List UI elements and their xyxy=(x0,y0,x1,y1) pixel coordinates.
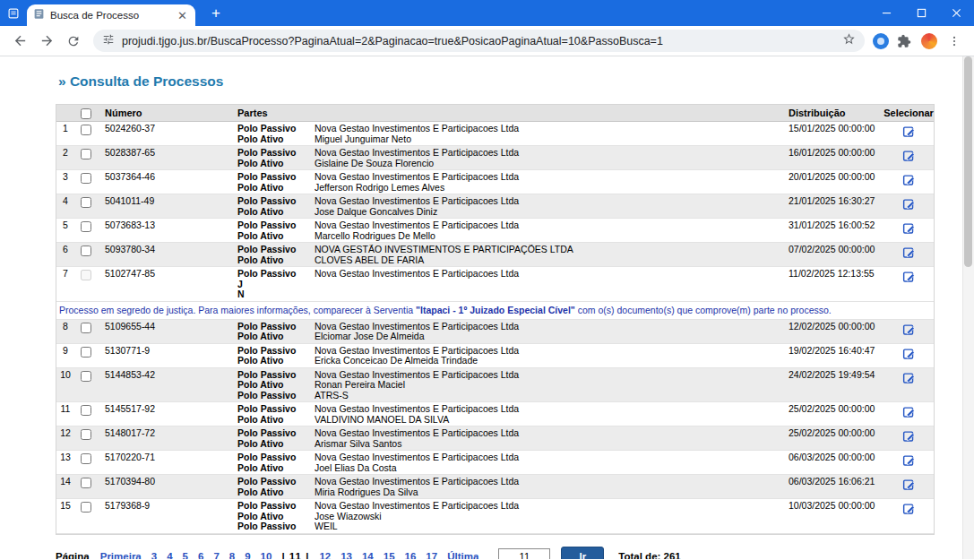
page-link[interactable]: Primeira xyxy=(100,551,142,559)
parte-name xyxy=(315,289,789,300)
partes-cell: Polo PassivoNova Gestao Investimentos E … xyxy=(237,124,789,144)
edit-icon xyxy=(902,125,916,138)
edit-process-button[interactable] xyxy=(902,246,916,262)
edit-process-button[interactable] xyxy=(902,323,916,339)
page-link[interactable]: 10 xyxy=(261,551,272,559)
row-checkbox[interactable] xyxy=(81,246,91,256)
vertical-scrollbar[interactable] xyxy=(962,56,974,559)
parte-role: Polo Passivo xyxy=(237,501,315,512)
close-button[interactable] xyxy=(939,0,974,26)
forward-icon[interactable] xyxy=(35,30,58,53)
parte-name: Nova Gestao Investimentos E Participacoe… xyxy=(315,477,789,487)
header-distribuicao: Distribuição xyxy=(789,108,883,118)
partes-cell: Polo PassivoNova Gestao Investimentos E … xyxy=(237,196,789,217)
row-checkbox[interactable] xyxy=(81,221,91,232)
page-link[interactable]: 12 xyxy=(319,551,331,559)
edit-process-button[interactable] xyxy=(902,453,916,470)
process-table: Número Partes Distribuição Selecionar 1 … xyxy=(56,104,935,535)
row-index: 15 xyxy=(56,501,74,512)
parte-name: Jefferson Rodrigo Lemes Alves xyxy=(315,183,789,194)
page-link[interactable]: 13 xyxy=(340,551,352,559)
table-row: 7 5102747-85 Polo PassivoNova Gestao Inv… xyxy=(56,267,934,302)
go-button[interactable]: Ir xyxy=(561,547,604,560)
page-link[interactable]: 17 xyxy=(426,551,437,559)
distribution-date: 24/02/2025 19:49:54 xyxy=(789,370,883,381)
process-number: 5109655-44 xyxy=(98,322,237,332)
profile-avatar[interactable] xyxy=(919,31,939,51)
row-checkbox[interactable] xyxy=(81,405,91,416)
page-link[interactable]: 7 xyxy=(213,551,219,559)
partes-cell: Polo PassivoNova Gestao Investimentos E … xyxy=(237,220,789,241)
edit-process-button[interactable] xyxy=(902,149,916,165)
row-checkbox[interactable] xyxy=(81,197,91,208)
distribution-date: 06/03/2025 16:06:21 xyxy=(789,477,883,487)
parte-role: Polo Passivo xyxy=(237,404,315,415)
distribution-date: 06/03/2025 00:00:00 xyxy=(789,452,883,463)
page-link[interactable]: 9 xyxy=(245,551,250,559)
edit-process-button[interactable] xyxy=(902,429,916,445)
row-checkbox[interactable] xyxy=(81,323,91,333)
url-bar[interactable]: projudi.tjgo.jus.br/BuscaProcesso?Pagina… xyxy=(93,30,865,52)
edit-process-button[interactable] xyxy=(902,478,916,494)
parte-name: Arismar Silva Santos xyxy=(315,439,789,450)
extensions-puzzle-icon[interactable] xyxy=(892,30,916,53)
page-link[interactable]: 14 xyxy=(362,551,374,559)
page-link[interactable]: 3 xyxy=(151,551,157,559)
table-row: 5 5073683-13 Polo PassivoNova Gestao Inv… xyxy=(56,219,934,243)
bookmark-star-icon[interactable] xyxy=(842,32,856,49)
maximize-button[interactable] xyxy=(904,0,939,26)
edit-process-button[interactable] xyxy=(902,347,916,363)
page-link[interactable]: 8 xyxy=(229,551,235,559)
menu-dots-icon[interactable] xyxy=(943,30,966,53)
extension-blue-icon[interactable] xyxy=(873,33,889,49)
page-link[interactable]: 16 xyxy=(405,551,417,559)
page-link[interactable]: 6 xyxy=(198,551,203,559)
row-checkbox[interactable] xyxy=(81,149,91,159)
scrollbar-thumb[interactable] xyxy=(964,56,972,267)
page-link[interactable]: 15 xyxy=(384,551,395,559)
page-link[interactable]: 4 xyxy=(167,551,172,559)
row-checkbox[interactable] xyxy=(81,270,91,280)
new-tab-button[interactable]: + xyxy=(206,4,226,23)
parte-name: Jose Wiazowski xyxy=(315,512,789,522)
row-checkbox[interactable] xyxy=(81,347,91,358)
row-checkbox[interactable] xyxy=(81,429,91,440)
row-checkbox[interactable] xyxy=(81,502,91,513)
page-current: | 11 | xyxy=(281,551,309,559)
browser-tab[interactable]: Busca de Processo ✕ xyxy=(27,4,195,26)
row-index: 8 xyxy=(56,322,74,332)
reload-icon[interactable] xyxy=(62,30,85,53)
page-link[interactable]: 5 xyxy=(183,551,188,559)
edit-icon xyxy=(902,270,916,283)
process-number: 5024260-37 xyxy=(98,124,237,134)
minimize-button[interactable] xyxy=(869,0,904,26)
parte-role: Polo Passivo xyxy=(237,521,315,532)
row-checkbox[interactable] xyxy=(81,453,91,464)
parte-role: Polo Ativo xyxy=(237,183,315,194)
page-link[interactable]: Última xyxy=(447,551,478,559)
edit-process-button[interactable] xyxy=(902,173,916,189)
row-checkbox[interactable] xyxy=(81,173,91,184)
back-icon[interactable] xyxy=(8,30,31,53)
partes-cell: Polo PassivoNova Gestao Investimentos E … xyxy=(237,148,789,168)
row-checkbox[interactable] xyxy=(81,125,91,135)
site-info-icon[interactable] xyxy=(102,33,115,49)
select-all-checkbox[interactable] xyxy=(81,108,91,119)
edit-process-button[interactable] xyxy=(902,405,916,421)
tab-close-icon[interactable]: ✕ xyxy=(176,10,189,22)
header-numero: Número xyxy=(98,108,237,118)
goto-page-input[interactable] xyxy=(498,548,550,559)
edit-process-button[interactable] xyxy=(902,502,916,518)
edit-process-button[interactable] xyxy=(902,270,916,286)
row-checkbox[interactable] xyxy=(81,478,91,488)
parte-name: Nova Gestao Investimentos E Participacoe… xyxy=(315,124,789,134)
header-partes: Partes xyxy=(237,108,789,118)
edit-process-button[interactable] xyxy=(902,125,916,141)
edit-process-button[interactable] xyxy=(902,371,916,387)
parte-role: Polo Ativo xyxy=(237,487,315,498)
edit-process-button[interactable] xyxy=(902,221,916,237)
parte-name: Nova Gestao Investimentos E Participacoe… xyxy=(315,220,789,231)
row-checkbox[interactable] xyxy=(81,371,91,382)
edit-process-button[interactable] xyxy=(902,197,916,213)
parte-role: Polo Passivo xyxy=(237,428,315,439)
